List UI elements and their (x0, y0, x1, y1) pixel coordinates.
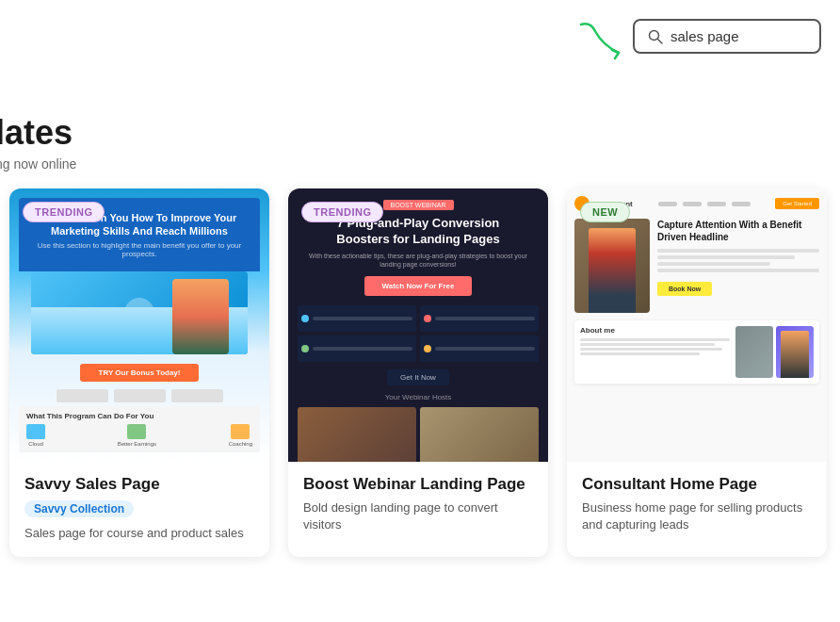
c1-feature2: Better Earnings (118, 424, 156, 447)
c3-hero-img (574, 219, 650, 313)
c3-nav-links (658, 202, 751, 206)
card2-image: BOOST WEBINAR 7 Plug-and-Play Conversion… (288, 188, 548, 462)
c3-about-title: About me (580, 326, 730, 335)
c3-about-lines (580, 338, 730, 355)
card-boost-webinar[interactable]: BOOST WEBINAR 7 Plug-and-Play Conversion… (288, 188, 548, 557)
c2-dot2 (424, 315, 431, 322)
card2-info: Boost Webinar Landing Page Bold design l… (288, 462, 548, 533)
c3-about-imgs (735, 326, 814, 378)
c1-feature3-icon (231, 424, 250, 439)
search-box[interactable] (633, 19, 821, 54)
c3-hero: Capture Attention With a Benefit Driven … (574, 219, 819, 313)
c1-feature2-icon (127, 424, 146, 439)
card2-preview: BOOST WEBINAR 7 Plug-and-Play Conversion… (288, 188, 548, 462)
c1-logos (57, 389, 223, 402)
c1-feature3: Coaching (229, 424, 252, 447)
card3-info: Consultant Home Page Business home page … (567, 462, 827, 533)
c2-grid-item4 (420, 336, 539, 362)
c2-grid-item2 (420, 305, 539, 332)
c1-feature1-text: Cloud (28, 441, 43, 447)
card-consultant[interactable]: Consultant Get Started (567, 188, 827, 557)
page-wrapper: lates ng now online Let Me Teach You How… (0, 0, 840, 622)
card1-preview: Let Me Teach You How To Improve YourMark… (9, 188, 269, 462)
card3-title: Consultant Home Page (582, 475, 812, 494)
c1-cta-btn: TRY Our Bonus Today! (80, 364, 200, 382)
c2-line3 (313, 347, 412, 351)
c3-nav-link4 (732, 202, 751, 206)
c1-header-sub: Use this section to highlight the main b… (28, 241, 250, 258)
c1-logo1 (57, 389, 108, 402)
c2-btn2: Get It Now (387, 369, 449, 385)
c3-nav-link3 (707, 202, 726, 206)
c3-hero-lines (657, 249, 819, 272)
c2-dot4 (424, 345, 431, 352)
c3-nav-link2 (683, 202, 702, 206)
c1-feature2-text: Better Earnings (118, 441, 156, 447)
card3-badge: NEW (580, 202, 630, 222)
c3-about-img2 (776, 326, 814, 378)
c2-dot3 (301, 345, 309, 352)
c1-video-area (31, 271, 248, 354)
c2-sub: With these actionable tips, these are pl… (298, 252, 539, 269)
c3-about-person (781, 331, 809, 378)
search-icon (648, 29, 663, 44)
c3-about-img1 (735, 326, 773, 378)
card1-badge: TRENDING (23, 202, 105, 222)
c3-nav-link1 (658, 202, 677, 206)
c3-hero-line1 (657, 249, 819, 253)
c2-line1 (313, 317, 412, 320)
c3-about-line1 (580, 338, 730, 341)
c3-nav-btn: Get Started (775, 198, 819, 209)
card2-badge: TRENDING (301, 202, 383, 222)
c1-person (172, 279, 229, 354)
card3-image: Consultant Get Started (567, 188, 827, 462)
c3-hero-content: Capture Attention With a Benefit Driven … (657, 219, 819, 313)
c2-photo1 (298, 407, 416, 462)
arrow-decoration (576, 17, 633, 68)
c1-section: What This Program Can Do For You Cloud B… (19, 406, 260, 452)
c1-logo3 (171, 389, 223, 402)
c2-photo2 (420, 407, 539, 462)
c2-grid-item3 (298, 336, 416, 362)
c3-hero-line2 (657, 255, 795, 259)
c3-hero-line4 (657, 269, 819, 272)
c2-btn: Watch Now For Free (364, 276, 471, 296)
search-input[interactable] (670, 28, 806, 44)
cards-grid: Let Me Teach You How To Improve YourMark… (9, 188, 827, 557)
c2-hosts-label: Your Webinar Hosts (385, 393, 452, 401)
c3-about-line2 (580, 343, 715, 346)
c3-about-line3 (580, 348, 722, 351)
card1-collection[interactable]: Savvy Collection (24, 500, 134, 517)
page-title: lates (0, 113, 76, 153)
c3-about-line4 (580, 352, 700, 355)
c3-hero-line3 (657, 262, 770, 266)
card2-title: Boost Webinar Landing Page (303, 475, 533, 494)
card3-description: Business home page for selling products … (582, 499, 812, 533)
card1-description: Sales page for course and product sales (24, 525, 254, 542)
c1-feature3-text: Coaching (229, 441, 252, 447)
card2-description: Bold design landing page to convert visi… (303, 499, 533, 533)
card3-preview: Consultant Get Started (567, 188, 827, 462)
c2-grid (298, 305, 539, 362)
c3-hero-person (589, 228, 636, 313)
c2-tag: BOOST WEBINAR (383, 200, 454, 210)
card1-image: Let Me Teach You How To Improve YourMark… (9, 188, 269, 462)
c1-section-title: What This Program Can Do For You (26, 412, 252, 420)
c3-hero-title: Capture Attention With a Benefit Driven … (657, 219, 819, 243)
c2-grid-item1 (298, 305, 416, 332)
c1-feature1: Cloud (26, 424, 45, 447)
page-title-area: lates ng now online (0, 113, 76, 172)
header-area (633, 19, 821, 54)
card1-title: Savvy Sales Page (24, 475, 254, 494)
card-savvy-sales[interactable]: Let Me Teach You How To Improve YourMark… (9, 188, 269, 557)
c3-about-left: About me (580, 326, 730, 378)
c2-line2 (435, 317, 535, 320)
c3-about: About me (574, 320, 819, 384)
c1-features: Cloud Better Earnings Coaching (26, 424, 252, 447)
c3-cta-btn: Book Now (657, 282, 712, 296)
card1-info: Savvy Sales Page Savvy Collection Sales … (9, 462, 269, 542)
c1-feature1-icon (26, 424, 45, 439)
svg-line-1 (658, 39, 663, 43)
c1-logo2 (114, 389, 166, 402)
c2-line4 (435, 347, 535, 351)
